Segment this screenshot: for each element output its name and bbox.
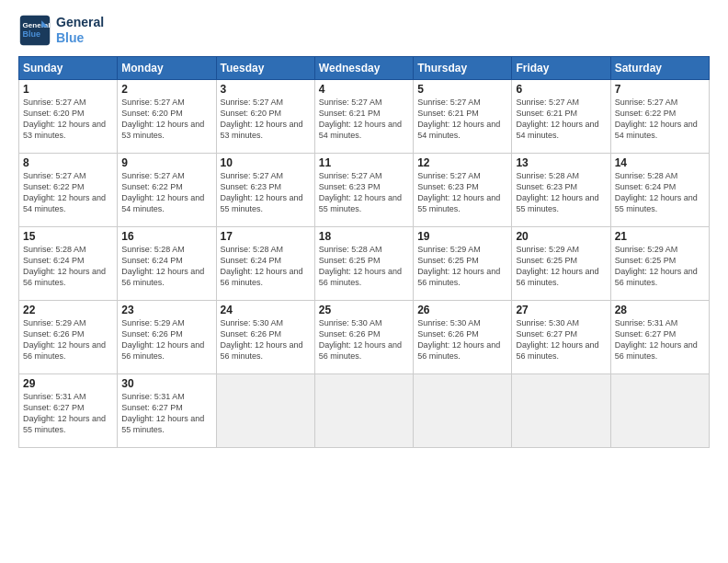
calendar-week-2: 15Sunrise: 5:28 AMSunset: 6:24 PMDayligh… — [19, 227, 710, 301]
day-info: Sunrise: 5:27 AMSunset: 6:20 PMDaylight:… — [23, 97, 113, 142]
day-number: 19 — [417, 230, 507, 243]
calendar-week-1: 8Sunrise: 5:27 AMSunset: 6:22 PMDaylight… — [19, 154, 710, 227]
day-number: 23 — [121, 304, 211, 316]
calendar-cell-w3d5: 27Sunrise: 5:30 AMSunset: 6:27 PMDayligh… — [512, 301, 610, 374]
day-number: 22 — [23, 304, 113, 316]
calendar-cell-w1d5: 13Sunrise: 5:28 AMSunset: 6:23 PMDayligh… — [512, 154, 610, 227]
logo: General Blue General Blue — [18, 14, 104, 47]
day-info: Sunrise: 5:29 AMSunset: 6:25 PMDaylight:… — [417, 244, 507, 289]
day-info: Sunrise: 5:29 AMSunset: 6:26 PMDaylight:… — [121, 317, 211, 362]
day-number: 1 — [23, 83, 113, 96]
day-info: Sunrise: 5:27 AMSunset: 6:22 PMDaylight:… — [23, 170, 113, 215]
day-info: Sunrise: 5:27 AMSunset: 6:23 PMDaylight:… — [221, 170, 311, 215]
calendar-cell-w1d1: 9Sunrise: 5:27 AMSunset: 6:22 PMDaylight… — [118, 154, 216, 227]
calendar-cell-w4d0: 29Sunrise: 5:31 AMSunset: 6:27 PMDayligh… — [19, 374, 118, 448]
svg-text:Blue: Blue — [23, 29, 41, 39]
calendar-week-4: 29Sunrise: 5:31 AMSunset: 6:27 PMDayligh… — [19, 374, 710, 448]
day-number: 15 — [23, 230, 113, 243]
calendar-header-saturday: Saturday — [610, 57, 709, 80]
day-info: Sunrise: 5:28 AMSunset: 6:25 PMDaylight:… — [319, 244, 409, 289]
calendar-cell-w1d0: 8Sunrise: 5:27 AMSunset: 6:22 PMDaylight… — [19, 154, 118, 227]
day-info: Sunrise: 5:31 AMSunset: 6:27 PMDaylight:… — [615, 317, 705, 362]
day-info: Sunrise: 5:29 AMSunset: 6:25 PMDaylight:… — [516, 244, 606, 289]
day-info: Sunrise: 5:31 AMSunset: 6:27 PMDaylight:… — [23, 391, 113, 436]
day-number: 16 — [121, 230, 211, 243]
calendar-header-friday: Friday — [512, 57, 610, 80]
day-number: 3 — [221, 83, 311, 96]
day-number: 27 — [516, 304, 606, 316]
calendar-cell-w4d2 — [216, 374, 314, 448]
day-info: Sunrise: 5:28 AMSunset: 6:24 PMDaylight:… — [121, 244, 211, 289]
calendar-cell-w1d3: 11Sunrise: 5:27 AMSunset: 6:23 PMDayligh… — [314, 154, 413, 227]
day-info: Sunrise: 5:30 AMSunset: 6:26 PMDaylight:… — [417, 317, 507, 362]
day-info: Sunrise: 5:27 AMSunset: 6:23 PMDaylight:… — [319, 170, 409, 215]
day-info: Sunrise: 5:28 AMSunset: 6:24 PMDaylight:… — [23, 244, 113, 289]
calendar-cell-w3d3: 25Sunrise: 5:30 AMSunset: 6:26 PMDayligh… — [314, 301, 413, 374]
day-number: 17 — [221, 230, 311, 243]
day-info: Sunrise: 5:27 AMSunset: 6:22 PMDaylight:… — [615, 97, 705, 142]
calendar-cell-w4d5 — [512, 374, 610, 448]
calendar-cell-w0d0: 1Sunrise: 5:27 AMSunset: 6:20 PMDaylight… — [19, 80, 118, 154]
day-info: Sunrise: 5:30 AMSunset: 6:26 PMDaylight:… — [319, 317, 409, 362]
calendar-cell-w4d6 — [610, 374, 709, 448]
logo-text: General Blue — [56, 15, 104, 46]
day-info: Sunrise: 5:27 AMSunset: 6:20 PMDaylight:… — [221, 97, 311, 142]
calendar-cell-w0d6: 7Sunrise: 5:27 AMSunset: 6:22 PMDaylight… — [610, 80, 709, 154]
calendar-cell-w0d4: 5Sunrise: 5:27 AMSunset: 6:21 PMDaylight… — [414, 80, 512, 154]
day-info: Sunrise: 5:27 AMSunset: 6:21 PMDaylight:… — [516, 97, 606, 142]
calendar-header-thursday: Thursday — [414, 57, 512, 80]
day-info: Sunrise: 5:27 AMSunset: 6:23 PMDaylight:… — [417, 170, 507, 215]
calendar-cell-w0d3: 4Sunrise: 5:27 AMSunset: 6:21 PMDaylight… — [314, 80, 413, 154]
calendar-week-3: 22Sunrise: 5:29 AMSunset: 6:26 PMDayligh… — [19, 301, 710, 374]
page: General Blue General Blue SundayMondayTu… — [0, 0, 728, 563]
calendar: SundayMondayTuesdayWednesdayThursdayFrid… — [18, 56, 710, 448]
calendar-header-monday: Monday — [118, 57, 216, 80]
calendar-cell-w1d4: 12Sunrise: 5:27 AMSunset: 6:23 PMDayligh… — [414, 154, 512, 227]
day-number: 7 — [615, 83, 705, 96]
calendar-cell-w3d6: 28Sunrise: 5:31 AMSunset: 6:27 PMDayligh… — [610, 301, 709, 374]
calendar-cell-w0d5: 6Sunrise: 5:27 AMSunset: 6:21 PMDaylight… — [512, 80, 610, 154]
day-number: 20 — [516, 230, 606, 243]
day-number: 25 — [319, 304, 409, 316]
logo-icon: General Blue — [18, 14, 51, 47]
calendar-week-0: 1Sunrise: 5:27 AMSunset: 6:20 PMDaylight… — [19, 80, 710, 154]
day-number: 11 — [319, 156, 409, 169]
calendar-cell-w2d4: 19Sunrise: 5:29 AMSunset: 6:25 PMDayligh… — [414, 227, 512, 301]
calendar-cell-w2d5: 20Sunrise: 5:29 AMSunset: 6:25 PMDayligh… — [512, 227, 610, 301]
day-number: 13 — [516, 156, 606, 169]
day-number: 28 — [615, 304, 705, 316]
day-number: 26 — [417, 304, 507, 316]
day-number: 8 — [23, 156, 113, 169]
day-number: 4 — [319, 83, 409, 96]
day-info: Sunrise: 5:30 AMSunset: 6:27 PMDaylight:… — [516, 317, 606, 362]
calendar-cell-w0d1: 2Sunrise: 5:27 AMSunset: 6:20 PMDaylight… — [118, 80, 216, 154]
day-number: 21 — [615, 230, 705, 243]
calendar-cell-w3d1: 23Sunrise: 5:29 AMSunset: 6:26 PMDayligh… — [118, 301, 216, 374]
day-info: Sunrise: 5:27 AMSunset: 6:21 PMDaylight:… — [319, 97, 409, 142]
day-number: 18 — [319, 230, 409, 243]
day-number: 30 — [121, 377, 211, 390]
day-number: 10 — [221, 156, 311, 169]
calendar-header-wednesday: Wednesday — [314, 57, 413, 80]
day-info: Sunrise: 5:30 AMSunset: 6:26 PMDaylight:… — [221, 317, 311, 362]
calendar-cell-w1d6: 14Sunrise: 5:28 AMSunset: 6:24 PMDayligh… — [610, 154, 709, 227]
day-info: Sunrise: 5:31 AMSunset: 6:27 PMDaylight:… — [121, 391, 211, 436]
day-number: 6 — [516, 83, 606, 96]
day-info: Sunrise: 5:27 AMSunset: 6:21 PMDaylight:… — [417, 97, 507, 142]
calendar-cell-w4d4 — [414, 374, 512, 448]
calendar-header-sunday: Sunday — [19, 57, 118, 80]
calendar-cell-w3d2: 24Sunrise: 5:30 AMSunset: 6:26 PMDayligh… — [216, 301, 314, 374]
calendar-cell-w4d3 — [314, 374, 413, 448]
day-number: 24 — [221, 304, 311, 316]
calendar-cell-w3d0: 22Sunrise: 5:29 AMSunset: 6:26 PMDayligh… — [19, 301, 118, 374]
calendar-cell-w2d3: 18Sunrise: 5:28 AMSunset: 6:25 PMDayligh… — [314, 227, 413, 301]
day-info: Sunrise: 5:27 AMSunset: 6:22 PMDaylight:… — [121, 170, 211, 215]
calendar-cell-w2d2: 17Sunrise: 5:28 AMSunset: 6:24 PMDayligh… — [216, 227, 314, 301]
calendar-cell-w4d1: 30Sunrise: 5:31 AMSunset: 6:27 PMDayligh… — [118, 374, 216, 448]
day-number: 12 — [417, 156, 507, 169]
calendar-cell-w2d6: 21Sunrise: 5:29 AMSunset: 6:25 PMDayligh… — [610, 227, 709, 301]
day-info: Sunrise: 5:29 AMSunset: 6:26 PMDaylight:… — [23, 317, 113, 362]
calendar-header-tuesday: Tuesday — [216, 57, 314, 80]
day-number: 9 — [121, 156, 211, 169]
calendar-cell-w3d4: 26Sunrise: 5:30 AMSunset: 6:26 PMDayligh… — [414, 301, 512, 374]
